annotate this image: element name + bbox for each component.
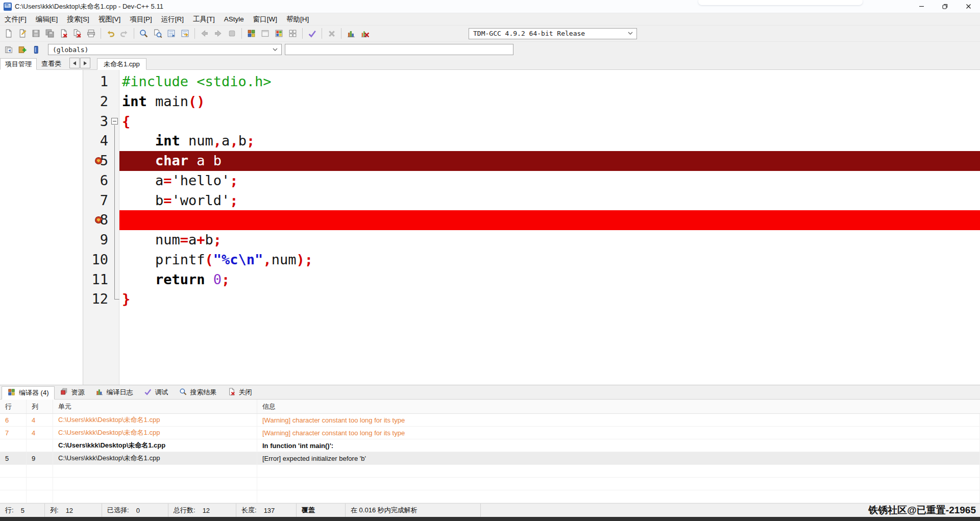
table-row-empty: [0, 478, 980, 490]
debug-icon: [143, 387, 152, 396]
table-row[interactable]: 64C:\Users\kkk\Desktop\未命名1.cpp[Warning]…: [0, 414, 980, 427]
output-tab-close[interactable]: 关闭: [222, 386, 257, 399]
code-text[interactable]: [119, 210, 980, 230]
code-editor[interactable]: 1#include <stdio.h>2int main()3{4 int nu…: [83, 70, 980, 385]
close-all-button[interactable]: [70, 27, 84, 40]
rebuild-all-button[interactable]: [286, 27, 300, 40]
menu-item-4[interactable]: 项目[P]: [125, 13, 157, 25]
code-text[interactable]: {: [119, 112, 980, 132]
compiler-select[interactable]: TDM-GCC 4.9.2 64-bit Release: [469, 28, 637, 39]
project-panel[interactable]: [0, 70, 83, 385]
profile-icon: [95, 387, 104, 398]
sidebar-tab-class-viewer[interactable]: 查看类: [37, 58, 66, 69]
goto-line-button[interactable]: [164, 27, 178, 40]
editor-tab-file[interactable]: 未命名1.cpp: [97, 58, 146, 70]
gutter-line-1: 1: [83, 72, 119, 92]
output-tab-search-results[interactable]: 搜索结果: [174, 386, 222, 399]
menu-item-5[interactable]: 运行[R]: [157, 13, 188, 25]
abort-button: [325, 27, 338, 40]
fold-collapse-icon[interactable]: [111, 118, 118, 125]
sidebar-tab-project-manager[interactable]: 项目管理: [0, 58, 37, 70]
code-text[interactable]: num=a+b;: [119, 230, 980, 250]
delete-profiling-button[interactable]: [358, 27, 372, 40]
empty-cell: [53, 465, 257, 477]
column-header-0[interactable]: 行: [0, 400, 27, 413]
debug-button[interactable]: [305, 27, 319, 40]
menu-item-2[interactable]: 搜索[S]: [62, 13, 94, 25]
toolbar-separator: [241, 28, 242, 39]
empty-cell: [27, 490, 53, 503]
layers-icon: [60, 387, 68, 396]
table-row[interactable]: 74C:\Users\kkk\Desktop\未命名1.cpp[Warning]…: [0, 427, 980, 439]
scroll-tabs-right-button[interactable]: [80, 58, 90, 68]
code-text[interactable]: return 0;: [119, 270, 980, 290]
jump-back-button[interactable]: [2, 43, 15, 56]
scroll-tabs-left-button[interactable]: [69, 58, 80, 68]
menu-item-1[interactable]: 编辑[E]: [31, 13, 63, 25]
profile-button[interactable]: [344, 27, 358, 40]
output-tab-compiler[interactable]: 编译器 (4): [2, 386, 55, 400]
code-line-5: 5 char a b: [83, 151, 980, 171]
add-button[interactable]: [15, 43, 29, 56]
row-message: In function 'int main()':: [257, 439, 980, 452]
find-button[interactable]: [137, 27, 151, 40]
gutter-line-11: 11: [83, 270, 119, 290]
gutter-line-9: 9: [83, 230, 119, 250]
triangle-right-icon: [84, 61, 87, 65]
goto-function-button[interactable]: [178, 27, 192, 40]
window-title: C:\Users\kkk\Desktop\未命名1.cpp - Dev-C++ …: [15, 2, 163, 11]
code-text[interactable]: printf("%c\n",num);: [119, 250, 980, 270]
code-text[interactable]: }: [119, 289, 980, 309]
code-text[interactable]: char a b: [119, 151, 980, 171]
menu-item-0[interactable]: 文件[F]: [0, 13, 31, 25]
print-button[interactable]: [84, 27, 98, 40]
output-tab-compile-log[interactable]: 编译日志: [90, 386, 138, 399]
chevron-down-icon: [628, 32, 633, 35]
code-text[interactable]: int main(): [119, 92, 980, 112]
triangle-left-icon: [73, 61, 76, 65]
compile-icon: [7, 388, 16, 398]
app-icon: [4, 3, 12, 11]
column-header-2[interactable]: 单元: [53, 400, 257, 413]
code-text[interactable]: b='world';: [119, 191, 980, 211]
column-header-1[interactable]: 列: [27, 400, 53, 413]
compile-run-button[interactable]: [272, 27, 286, 40]
bookmark-button[interactable]: [29, 43, 43, 56]
menu-item-6[interactable]: 工具[T]: [188, 13, 219, 25]
code-text[interactable]: int num,a,b;: [119, 131, 980, 151]
fold-line: [114, 131, 115, 151]
member-select[interactable]: [285, 44, 513, 55]
code-text[interactable]: a='hello';: [119, 171, 980, 191]
new-file-button[interactable]: [2, 27, 15, 40]
column-header-3[interactable]: 信息: [257, 400, 980, 413]
compile-button[interactable]: [244, 27, 258, 40]
redo-icon: [119, 29, 129, 38]
run-button[interactable]: [258, 27, 272, 40]
menu-item-9[interactable]: 帮助[H]: [282, 13, 313, 25]
open-file-icon: [17, 29, 27, 38]
replace-button[interactable]: [151, 27, 164, 40]
output-tab-debug[interactable]: 调试: [138, 386, 174, 399]
globals-select[interactable]: (globals): [48, 44, 282, 55]
close-file-button[interactable]: [57, 27, 70, 40]
menu-item-3[interactable]: 视图[V]: [94, 13, 126, 25]
close-button[interactable]: [957, 0, 980, 13]
fold-line: [114, 125, 115, 132]
goto-function-icon: [180, 29, 190, 38]
output-tab-label: 关闭: [239, 388, 252, 397]
restore-button[interactable]: [933, 0, 957, 13]
code-text[interactable]: #include <stdio.h>: [119, 72, 980, 92]
minimize-button[interactable]: [910, 0, 933, 13]
status-parse: 在 0.016 秒内完成解析: [346, 504, 481, 517]
open-file-button[interactable]: [15, 27, 29, 40]
table-row[interactable]: 59C:\Users\kkk\Desktop\未命名1.cpp[Error] e…: [0, 452, 980, 465]
menu-item-8[interactable]: 窗口[W]: [249, 13, 282, 25]
toolbar-separator: [101, 28, 101, 39]
row-message: [Warning] character constant too long fo…: [257, 414, 980, 426]
table-row[interactable]: C:\Users\kkk\Desktop\未命名1.cppIn function…: [0, 439, 980, 452]
menu-item-7[interactable]: AStyle: [219, 13, 249, 25]
class-toolbar-groups: [2, 42, 43, 57]
debug-icon: [143, 387, 152, 398]
output-tab-resources[interactable]: 资源: [55, 386, 90, 399]
undo-button[interactable]: [104, 27, 117, 40]
